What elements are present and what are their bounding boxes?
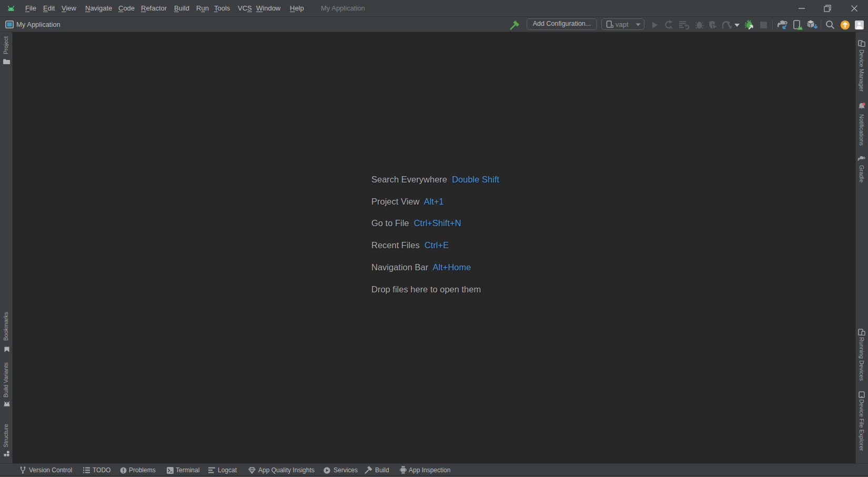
svg-text:A: A [669, 24, 673, 29]
